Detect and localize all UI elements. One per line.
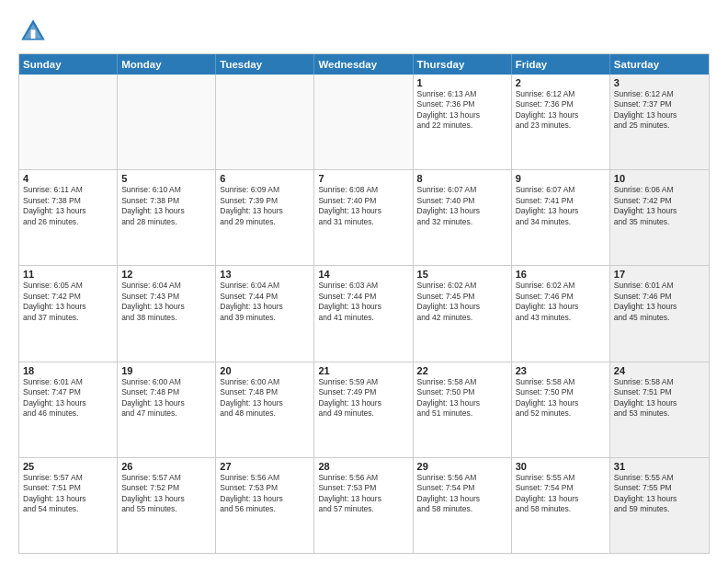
cell-info: Sunrise: 5:55 AM Sunset: 7:54 PM Dayligh… — [516, 473, 606, 515]
cell-info: Sunrise: 6:09 AM Sunset: 7:39 PM Dayligh… — [220, 185, 310, 227]
calendar-cell: 9Sunrise: 6:07 AM Sunset: 7:41 PM Daylig… — [512, 170, 610, 265]
calendar-header-cell: Wednesday — [314, 54, 413, 75]
cell-info: Sunrise: 6:10 AM Sunset: 7:38 PM Dayligh… — [121, 185, 211, 227]
cell-info: Sunrise: 6:12 AM Sunset: 7:36 PM Dayligh… — [516, 89, 606, 132]
calendar-header-cell: Monday — [118, 54, 216, 75]
day-number: 22 — [417, 365, 507, 376]
calendar-cell — [118, 75, 216, 169]
calendar-cell: 31Sunrise: 5:55 AM Sunset: 7:55 PM Dayli… — [610, 458, 709, 553]
cell-info: Sunrise: 5:57 AM Sunset: 7:52 PM Dayligh… — [121, 473, 211, 515]
cell-info: Sunrise: 6:11 AM Sunset: 7:38 PM Dayligh… — [23, 185, 113, 227]
cell-info: Sunrise: 5:57 AM Sunset: 7:51 PM Dayligh… — [23, 473, 113, 515]
calendar-body: 1Sunrise: 6:13 AM Sunset: 7:36 PM Daylig… — [19, 75, 709, 553]
day-number: 20 — [220, 365, 310, 376]
calendar-cell: 6Sunrise: 6:09 AM Sunset: 7:39 PM Daylig… — [216, 170, 314, 265]
day-number: 10 — [614, 173, 705, 184]
calendar-cell: 5Sunrise: 6:10 AM Sunset: 7:38 PM Daylig… — [118, 170, 216, 265]
calendar-cell: 20Sunrise: 6:00 AM Sunset: 7:48 PM Dayli… — [216, 362, 314, 457]
calendar: SundayMondayTuesdayWednesdayThursdayFrid… — [18, 53, 710, 554]
day-number: 29 — [417, 461, 507, 472]
calendar-cell: 27Sunrise: 5:56 AM Sunset: 7:53 PM Dayli… — [216, 458, 314, 553]
calendar-cell: 11Sunrise: 6:05 AM Sunset: 7:42 PM Dayli… — [19, 266, 118, 361]
calendar-cell: 19Sunrise: 6:00 AM Sunset: 7:48 PM Dayli… — [118, 362, 216, 457]
cell-info: Sunrise: 6:04 AM Sunset: 7:43 PM Dayligh… — [121, 281, 211, 323]
svg-rect-2 — [31, 29, 36, 39]
calendar-header-cell: Thursday — [414, 54, 512, 75]
day-number: 4 — [23, 173, 113, 184]
calendar-cell: 16Sunrise: 6:02 AM Sunset: 7:46 PM Dayli… — [512, 266, 610, 361]
day-number: 8 — [417, 173, 507, 184]
logo — [18, 17, 51, 46]
day-number: 15 — [417, 269, 507, 280]
day-number: 31 — [614, 461, 705, 472]
day-number: 25 — [23, 461, 113, 472]
logo-icon — [18, 17, 48, 46]
header — [18, 17, 710, 46]
cell-info: Sunrise: 6:07 AM Sunset: 7:40 PM Dayligh… — [417, 185, 507, 227]
cell-info: Sunrise: 5:56 AM Sunset: 7:53 PM Dayligh… — [318, 473, 408, 515]
cell-info: Sunrise: 6:03 AM Sunset: 7:44 PM Dayligh… — [318, 281, 408, 323]
calendar-row: 18Sunrise: 6:01 AM Sunset: 7:47 PM Dayli… — [19, 362, 709, 457]
calendar-cell — [314, 75, 413, 169]
day-number: 17 — [614, 269, 705, 280]
calendar-row: 11Sunrise: 6:05 AM Sunset: 7:42 PM Dayli… — [19, 265, 709, 361]
calendar-cell: 23Sunrise: 5:58 AM Sunset: 7:50 PM Dayli… — [512, 362, 610, 457]
day-number: 6 — [220, 173, 310, 184]
day-number: 19 — [121, 365, 211, 376]
calendar-header-cell: Tuesday — [216, 54, 314, 75]
day-number: 18 — [23, 365, 113, 376]
calendar-cell: 7Sunrise: 6:08 AM Sunset: 7:40 PM Daylig… — [314, 170, 413, 265]
page: SundayMondayTuesdayWednesdayThursdayFrid… — [0, 0, 728, 563]
calendar-cell: 3Sunrise: 6:12 AM Sunset: 7:37 PM Daylig… — [610, 75, 709, 169]
day-number: 2 — [516, 77, 606, 88]
calendar-row: 1Sunrise: 6:13 AM Sunset: 7:36 PM Daylig… — [19, 75, 709, 169]
calendar-cell: 12Sunrise: 6:04 AM Sunset: 7:43 PM Dayli… — [118, 266, 216, 361]
calendar-header-cell: Sunday — [19, 54, 118, 75]
calendar-cell: 15Sunrise: 6:02 AM Sunset: 7:45 PM Dayli… — [414, 266, 512, 361]
calendar-cell: 17Sunrise: 6:01 AM Sunset: 7:46 PM Dayli… — [610, 266, 709, 361]
calendar-cell — [19, 75, 118, 169]
day-number: 30 — [516, 461, 606, 472]
calendar-cell: 28Sunrise: 5:56 AM Sunset: 7:53 PM Dayli… — [314, 458, 413, 553]
cell-info: Sunrise: 5:56 AM Sunset: 7:53 PM Dayligh… — [220, 473, 310, 515]
calendar-row: 4Sunrise: 6:11 AM Sunset: 7:38 PM Daylig… — [19, 169, 709, 265]
day-number: 5 — [121, 173, 211, 184]
cell-info: Sunrise: 6:05 AM Sunset: 7:42 PM Dayligh… — [23, 281, 113, 323]
cell-info: Sunrise: 6:04 AM Sunset: 7:44 PM Dayligh… — [220, 281, 310, 323]
calendar-cell: 30Sunrise: 5:55 AM Sunset: 7:54 PM Dayli… — [512, 458, 610, 553]
cell-info: Sunrise: 6:01 AM Sunset: 7:47 PM Dayligh… — [23, 377, 113, 419]
calendar-header: SundayMondayTuesdayWednesdayThursdayFrid… — [19, 54, 709, 75]
day-number: 11 — [23, 269, 113, 280]
calendar-row: 25Sunrise: 5:57 AM Sunset: 7:51 PM Dayli… — [19, 457, 709, 553]
day-number: 16 — [516, 269, 606, 280]
calendar-cell: 24Sunrise: 5:58 AM Sunset: 7:51 PM Dayli… — [610, 362, 709, 457]
calendar-cell: 14Sunrise: 6:03 AM Sunset: 7:44 PM Dayli… — [314, 266, 413, 361]
calendar-cell: 29Sunrise: 5:56 AM Sunset: 7:54 PM Dayli… — [414, 458, 512, 553]
cell-info: Sunrise: 6:02 AM Sunset: 7:45 PM Dayligh… — [417, 281, 507, 323]
day-number: 14 — [318, 269, 408, 280]
calendar-cell: 26Sunrise: 5:57 AM Sunset: 7:52 PM Dayli… — [118, 458, 216, 553]
day-number: 7 — [318, 173, 408, 184]
day-number: 24 — [614, 365, 705, 376]
day-number: 13 — [220, 269, 310, 280]
cell-info: Sunrise: 6:01 AM Sunset: 7:46 PM Dayligh… — [614, 281, 705, 323]
calendar-cell: 13Sunrise: 6:04 AM Sunset: 7:44 PM Dayli… — [216, 266, 314, 361]
calendar-cell: 4Sunrise: 6:11 AM Sunset: 7:38 PM Daylig… — [19, 170, 118, 265]
calendar-cell: 2Sunrise: 6:12 AM Sunset: 7:36 PM Daylig… — [512, 75, 610, 169]
cell-info: Sunrise: 6:00 AM Sunset: 7:48 PM Dayligh… — [220, 377, 310, 419]
day-number: 26 — [121, 461, 211, 472]
cell-info: Sunrise: 5:59 AM Sunset: 7:49 PM Dayligh… — [318, 377, 408, 419]
cell-info: Sunrise: 6:02 AM Sunset: 7:46 PM Dayligh… — [516, 281, 606, 323]
cell-info: Sunrise: 5:58 AM Sunset: 7:50 PM Dayligh… — [516, 377, 606, 419]
cell-info: Sunrise: 5:56 AM Sunset: 7:54 PM Dayligh… — [417, 473, 507, 515]
calendar-cell: 1Sunrise: 6:13 AM Sunset: 7:36 PM Daylig… — [414, 75, 512, 169]
calendar-cell: 25Sunrise: 5:57 AM Sunset: 7:51 PM Dayli… — [19, 458, 118, 553]
cell-info: Sunrise: 6:00 AM Sunset: 7:48 PM Dayligh… — [121, 377, 211, 419]
cell-info: Sunrise: 6:06 AM Sunset: 7:42 PM Dayligh… — [614, 185, 705, 227]
cell-info: Sunrise: 5:58 AM Sunset: 7:50 PM Dayligh… — [417, 377, 507, 419]
day-number: 1 — [417, 77, 507, 88]
calendar-cell: 22Sunrise: 5:58 AM Sunset: 7:50 PM Dayli… — [414, 362, 512, 457]
day-number: 9 — [516, 173, 606, 184]
day-number: 27 — [220, 461, 310, 472]
calendar-cell — [216, 75, 314, 169]
